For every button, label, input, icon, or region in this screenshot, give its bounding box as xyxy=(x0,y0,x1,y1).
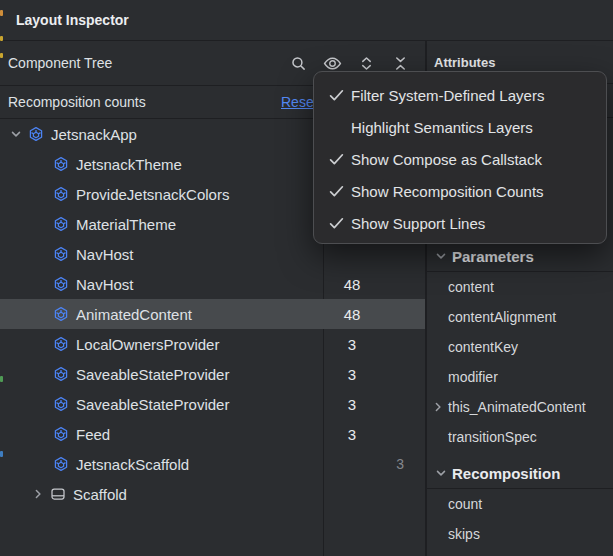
recomposition-count: 3 xyxy=(323,396,381,413)
attribute-item[interactable]: contentAlignment xyxy=(427,302,613,332)
attribute-label: contentAlignment xyxy=(448,309,556,325)
tree-row-label: ProvideJetsnackColors xyxy=(76,186,229,203)
search-icon[interactable] xyxy=(288,53,309,74)
attribute-item[interactable]: count xyxy=(427,489,613,519)
recomposition-count: 3 xyxy=(323,426,381,443)
menu-item-label: Show Compose as Callstack xyxy=(351,151,542,168)
recomposition-count: 3 xyxy=(323,336,381,353)
attribute-item[interactable]: skips xyxy=(427,519,613,549)
menu-item[interactable]: Show Recomposition Counts xyxy=(314,175,606,207)
tree-row-label: SaveableStateProvider xyxy=(76,396,229,413)
menu-item[interactable]: Show Support Lines xyxy=(314,207,606,239)
menu-item-label: Filter System-Defined Layers xyxy=(351,87,544,104)
attribute-label: content xyxy=(448,279,494,295)
attribute-label: this_AnimatedContent xyxy=(448,399,586,415)
expander-chevron-icon[interactable] xyxy=(8,128,24,140)
compose-node-icon xyxy=(53,246,69,262)
section-header[interactable]: Recomposition xyxy=(427,458,613,489)
recomposition-count: 48 xyxy=(323,306,381,323)
attributes-content: ParameterscontentcontentAlignmentcontent… xyxy=(427,241,613,549)
checkmark-icon xyxy=(327,89,345,102)
component-tree-title: Component Tree xyxy=(8,55,112,71)
menu-item-label: Highlight Semantics Layers xyxy=(351,119,533,136)
chevron-down-icon xyxy=(434,250,448,262)
menu-item[interactable]: Show Compose as Callstack xyxy=(314,143,606,175)
compose-node-icon xyxy=(53,336,69,352)
checkmark-icon xyxy=(327,217,345,230)
tree-row-label: MaterialTheme xyxy=(76,216,176,233)
attribute-item[interactable]: transitionSpec xyxy=(427,422,613,452)
compose-node-icon xyxy=(53,366,69,382)
tree-row-label: JetsnackApp xyxy=(51,126,137,143)
attribute-item[interactable]: this_AnimatedContent xyxy=(427,392,613,422)
attribute-item[interactable]: content xyxy=(427,272,613,302)
chevron-right-icon xyxy=(432,401,444,413)
tree-row[interactable]: LocalOwnersProvider3 xyxy=(0,329,425,359)
view-options-menu: Filter System-Defined LayersHighlight Se… xyxy=(313,71,607,244)
section-header[interactable]: Parameters xyxy=(427,241,613,272)
tree-row[interactable]: AnimatedContent48 xyxy=(0,299,425,329)
attribute-item[interactable]: modifier xyxy=(427,362,613,392)
tree-row-label: AnimatedContent xyxy=(76,306,192,323)
compose-node-icon xyxy=(53,456,69,472)
tree-row-label: SaveableStateProvider xyxy=(76,366,229,383)
compose-node-icon xyxy=(53,186,69,202)
attributes-title: Attributes xyxy=(434,55,495,70)
gutter-mark xyxy=(0,36,3,41)
checkmark-icon xyxy=(327,153,345,166)
tree-row[interactable]: Scaffold xyxy=(0,479,425,509)
tree-row[interactable]: NavHost48 xyxy=(0,269,425,299)
gutter-mark xyxy=(0,10,3,16)
gutter-mark xyxy=(0,376,3,382)
tree-row-label: NavHost xyxy=(76,246,134,263)
window-title: Layout Inspector xyxy=(16,12,129,28)
recomposition-count: 48 xyxy=(323,276,381,293)
menu-item-label: Show Recomposition Counts xyxy=(351,183,544,200)
tree-row-label: LocalOwnersProvider xyxy=(76,336,219,353)
compose-node-icon xyxy=(28,126,44,142)
compose-node-icon xyxy=(53,156,69,172)
tree-row-label: Feed xyxy=(76,426,110,443)
chevron-down-icon xyxy=(434,467,448,479)
compose-node-icon xyxy=(53,306,69,322)
tree-row-label: JetsnackScaffold xyxy=(76,456,189,473)
menu-item-label: Show Support Lines xyxy=(351,215,485,232)
section-title: Recomposition xyxy=(452,465,560,482)
attribute-label: modifier xyxy=(448,369,498,385)
compose-node-icon xyxy=(53,216,69,232)
tree-row[interactable]: JetsnackScaffold3 xyxy=(0,449,425,479)
gutter-mark xyxy=(0,451,3,457)
menu-item[interactable]: Highlight Semantics Layers xyxy=(314,111,606,143)
tree-row[interactable]: SaveableStateProvider3 xyxy=(0,359,425,389)
gutter-mark xyxy=(0,53,3,58)
tree-row-label: JetsnackTheme xyxy=(76,156,182,173)
attribute-label: count xyxy=(448,496,482,512)
attribute-label: skips xyxy=(448,526,480,542)
recomposition-counts-label: Recomposition counts xyxy=(8,94,146,110)
section-title: Parameters xyxy=(452,248,534,265)
recomposition-count: 3 xyxy=(323,366,381,383)
compose-node-icon xyxy=(53,396,69,412)
tree-row[interactable]: SaveableStateProvider3 xyxy=(0,389,425,419)
compose-node-icon xyxy=(53,276,69,292)
layout-inspector-window: Layout Inspector Component Tree Rec xyxy=(0,0,613,556)
expander-chevron-icon[interactable] xyxy=(30,488,46,500)
scaffold-icon xyxy=(50,486,66,502)
checkmark-icon xyxy=(327,185,345,198)
attribute-label: transitionSpec xyxy=(448,429,537,445)
tree-row-label: Scaffold xyxy=(73,486,127,503)
menu-item[interactable]: Filter System-Defined Layers xyxy=(314,79,606,111)
attribute-item[interactable]: contentKey xyxy=(427,332,613,362)
attribute-label: contentKey xyxy=(448,339,518,355)
tree-row[interactable]: Feed3 xyxy=(0,419,425,449)
recomposition-count: 3 xyxy=(323,456,404,472)
compose-node-icon xyxy=(53,426,69,442)
window-titlebar: Layout Inspector xyxy=(0,0,613,41)
tree-row-label: NavHost xyxy=(76,276,134,293)
